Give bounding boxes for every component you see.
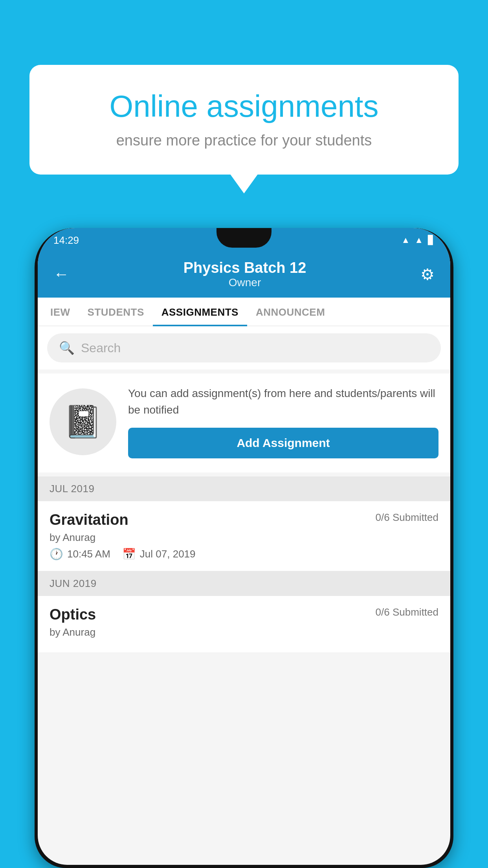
month-separator-jul: JUL 2019 — [38, 476, 450, 501]
tab-bar: IEW STUDENTS ASSIGNMENTS ANNOUNCEM — [38, 298, 450, 326]
assignment-date-value: Jul 07, 2019 — [140, 548, 196, 560]
clock-icon: 🕐 — [50, 548, 63, 561]
notebook-icon-circle: 📓 — [50, 388, 116, 455]
phone-frame: 14:29 ▲ ▲ ▊ ← Physics Batch 12 Owner ⚙ I… — [35, 228, 453, 868]
phone-screen: 14:29 ▲ ▲ ▊ ← Physics Batch 12 Owner ⚙ I… — [38, 228, 450, 865]
assignment-submitted: 0/6 Submitted — [376, 511, 438, 524]
tab-assignments[interactable]: ASSIGNMENTS — [153, 298, 247, 326]
add-assignment-section: 📓 You can add assignment(s) from here an… — [38, 373, 450, 473]
signal-icon: ▲ — [415, 235, 423, 245]
search-bar[interactable]: 🔍 Search — [47, 333, 441, 362]
assignment-item-gravitation[interactable]: Gravitation 0/6 Submitted by Anurag 🕐 10… — [38, 501, 450, 571]
assignment-meta: 🕐 10:45 AM 📅 Jul 07, 2019 — [50, 548, 438, 561]
assignment-time: 🕐 10:45 AM — [50, 548, 110, 561]
add-section-description: You can add assignment(s) from here and … — [128, 385, 438, 418]
add-section-right: You can add assignment(s) from here and … — [128, 385, 438, 458]
month-separator-jun: JUN 2019 — [38, 571, 450, 596]
month-label-jun: JUN 2019 — [50, 577, 97, 589]
search-container: 🔍 Search — [38, 326, 450, 370]
speech-bubble: Online assignments ensure more practice … — [29, 65, 459, 175]
assignment-by: by Anurag — [50, 531, 438, 544]
header-center: Physics Batch 12 Owner — [183, 259, 306, 289]
assignment-submitted-optics: 0/6 Submitted — [376, 606, 438, 618]
wifi-icon: ▲ — [401, 235, 410, 245]
assignment-top-optics: Optics 0/6 Submitted — [50, 606, 438, 623]
notch — [216, 228, 272, 248]
bubble-subtitle: ensure more practice for your students — [57, 132, 431, 149]
search-icon: 🔍 — [59, 340, 75, 355]
app-header: ← Physics Batch 12 Owner ⚙ — [38, 252, 450, 298]
month-label-jul: JUL 2019 — [50, 483, 94, 495]
status-icons: ▲ ▲ ▊ — [401, 235, 435, 245]
back-button[interactable]: ← — [53, 265, 69, 283]
bubble-title: Online assignments — [57, 88, 431, 124]
tab-students[interactable]: STUDENTS — [79, 298, 153, 326]
assignment-by-optics: by Anurag — [50, 626, 438, 638]
header-subtitle: Owner — [183, 276, 306, 289]
notebook-icon: 📓 — [63, 403, 103, 440]
assignment-item-optics[interactable]: Optics 0/6 Submitted by Anurag — [38, 596, 450, 653]
tab-iew[interactable]: IEW — [42, 298, 79, 326]
assignment-date: 📅 Jul 07, 2019 — [122, 548, 196, 561]
assignment-top: Gravitation 0/6 Submitted — [50, 511, 438, 528]
settings-icon[interactable]: ⚙ — [420, 265, 435, 283]
assignment-time-value: 10:45 AM — [67, 548, 110, 560]
assignment-name: Gravitation — [50, 511, 128, 528]
tab-announcements[interactable]: ANNOUNCEM — [247, 298, 334, 326]
header-title: Physics Batch 12 — [183, 259, 306, 276]
assignment-name-optics: Optics — [50, 606, 96, 623]
status-bar: 14:29 ▲ ▲ ▊ — [38, 228, 450, 252]
add-assignment-button[interactable]: Add Assignment — [128, 428, 438, 458]
search-placeholder: Search — [81, 341, 121, 355]
battery-icon: ▊ — [428, 235, 435, 245]
calendar-icon: 📅 — [122, 548, 136, 561]
status-time: 14:29 — [53, 234, 79, 246]
